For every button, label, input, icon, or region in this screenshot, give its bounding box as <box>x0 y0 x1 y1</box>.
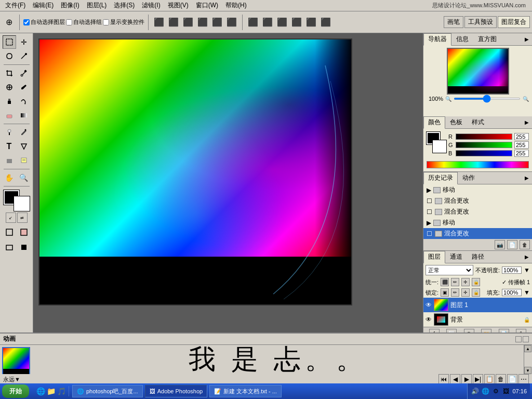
fullscreen-btn[interactable] <box>17 241 31 254</box>
stamp-tool[interactable] <box>3 95 16 108</box>
animation-frame-1[interactable] <box>2 347 30 374</box>
quick-mask-btn[interactable] <box>17 225 31 239</box>
layer-adjustment-btn[interactable]: ⚙ <box>464 329 474 332</box>
anim-next-btn[interactable]: ▶| <box>473 374 483 384</box>
tool-preset-tab[interactable]: 工具预设 <box>464 16 497 28</box>
anim-close-btn[interactable] <box>523 336 529 342</box>
opacity-input[interactable] <box>502 267 522 274</box>
menu-edit[interactable]: 编辑(E) <box>30 0 57 11</box>
taskbar-app-3[interactable]: 📝 新建 文本文档.txt - ... <box>209 385 282 397</box>
lock-position-btn[interactable]: ✛ <box>461 278 470 286</box>
media-icon[interactable]: 🎵 <box>57 387 65 395</box>
background-color[interactable] <box>14 196 30 211</box>
dist4-btn[interactable]: ⬛ <box>290 16 303 29</box>
bg-swatch[interactable] <box>433 140 446 153</box>
swatches-tab[interactable]: 色板 <box>445 116 467 128</box>
color-options[interactable]: ▶ <box>524 119 530 125</box>
layers-options[interactable]: ▶ <box>524 254 530 260</box>
menu-help[interactable]: 帮助(H) <box>222 0 250 11</box>
text-tool[interactable]: T <box>3 140 16 153</box>
anim-new-btn[interactable]: 📄 <box>507 374 517 384</box>
dist1-btn[interactable]: ⬛ <box>246 16 260 29</box>
menu-view[interactable]: 视图(V) <box>165 0 192 11</box>
start-button[interactable]: 开始 <box>2 384 29 398</box>
history-options[interactable]: ▶ <box>524 175 530 181</box>
paths-tab[interactable]: 路径 <box>467 251 489 263</box>
auto-select-layer-check[interactable]: 自动选择图层 <box>23 18 65 26</box>
zoom-out-icon[interactable]: 🔍 <box>445 96 451 102</box>
channels-tab[interactable]: 通道 <box>445 251 467 263</box>
anim-prev-btn[interactable]: ◀ <box>450 374 460 384</box>
navigator-options[interactable]: ▶ <box>524 36 530 42</box>
lasso-tool[interactable] <box>3 49 16 63</box>
marquee-tool[interactable] <box>3 35 16 49</box>
path-select-tool[interactable] <box>17 140 31 153</box>
fill-arrow[interactable]: ▼ <box>524 289 530 296</box>
layer-row-background[interactable]: 👁 背景 🔒 <box>423 312 532 327</box>
history-item-5[interactable]: ☐ 混合更改 <box>423 228 532 239</box>
menu-file[interactable]: 文件(F) <box>2 0 29 11</box>
lock-all-btn[interactable]: 🔒 <box>472 278 480 286</box>
history-delete-btn[interactable]: 🗑 <box>520 240 530 249</box>
r-value-input[interactable] <box>514 133 529 140</box>
animation-scrollbar[interactable]: ▲ ▼ <box>524 345 532 374</box>
color-swatches[interactable] <box>4 190 30 211</box>
layer-eye-bg[interactable]: 👁 <box>425 316 432 323</box>
taskbar-app-2[interactable]: 🖼 Adobe Photoshop <box>145 385 207 397</box>
layer-new-btn[interactable]: 📄 <box>499 329 509 332</box>
navigator-preview[interactable] <box>447 48 509 95</box>
move-tool[interactable]: ✛ <box>17 35 31 49</box>
anim-scroll-up[interactable]: ▲ <box>524 345 531 352</box>
menu-window[interactable]: 窗口(W) <box>193 0 221 11</box>
color-tab[interactable]: 颜色 <box>423 116 445 129</box>
zoom-tool[interactable]: 🔍 <box>17 171 31 184</box>
zoom-in-icon[interactable]: 🔍 <box>523 96 529 102</box>
fill-input[interactable] <box>502 289 522 296</box>
history-new-doc-btn[interactable]: 📄 <box>507 240 517 249</box>
dodge-tool[interactable] <box>3 126 16 139</box>
lock-transparent-btn[interactable]: ⬛ <box>441 278 449 286</box>
magic-wand-tool[interactable] <box>17 49 31 63</box>
history-item-4[interactable]: ▶ 移动 <box>423 217 532 228</box>
actions-tab[interactable]: 动作 <box>458 172 480 184</box>
screen-mode-btn[interactable] <box>3 241 16 254</box>
layer-eye-1[interactable]: 👁 <box>425 301 432 309</box>
dist5-btn[interactable]: ⬛ <box>304 16 318 29</box>
anim-copy-btn[interactable]: 📋 <box>484 374 495 384</box>
fill-lock-all[interactable]: 🔒 <box>472 288 480 297</box>
brush-tab[interactable]: 画笔 <box>444 16 463 28</box>
show-transform-check[interactable]: 显示变换控件 <box>103 18 144 26</box>
layers-tab[interactable]: 图层 <box>423 251 445 263</box>
align-bottom-btn[interactable]: ⬛ <box>225 16 238 29</box>
notes-tool[interactable] <box>17 154 31 167</box>
brush-tool[interactable] <box>17 81 31 94</box>
hand-tool[interactable]: ✋ <box>3 171 16 184</box>
lock-image-btn[interactable]: ✏ <box>451 278 459 286</box>
swap-colors-btn[interactable]: ⇌ <box>17 212 28 223</box>
dist6-btn[interactable]: ⬛ <box>319 16 332 29</box>
history-item-1[interactable]: ▶ 移动 <box>423 184 532 195</box>
loop-label[interactable]: 永远▼ <box>3 376 20 383</box>
tray-icon-4[interactable]: 🖼 <box>502 387 510 395</box>
tray-icon-2[interactable]: 🌐 <box>481 387 489 395</box>
gradient-tool[interactable] <box>17 109 31 122</box>
opacity-arrow[interactable]: ▼ <box>524 267 530 274</box>
fill-lock-image[interactable]: ✏ <box>451 288 459 297</box>
histogram-tab[interactable]: 直方图 <box>473 33 501 45</box>
fill-lock-position[interactable]: ✛ <box>461 288 470 297</box>
info-tab[interactable]: 信息 <box>451 33 473 45</box>
tray-icon-1[interactable]: 🔊 <box>471 387 479 395</box>
menu-filter[interactable]: 滤镜(I) <box>139 0 163 11</box>
eraser-tool[interactable] <box>3 109 16 122</box>
history-snapshot-btn[interactable]: 📷 <box>495 240 505 249</box>
color-spectrum-bar[interactable] <box>427 161 529 168</box>
align-right-btn[interactable]: ⬛ <box>181 16 195 29</box>
align-center-btn[interactable]: ⬛ <box>167 16 180 29</box>
ie-icon[interactable]: 🌐 <box>36 387 45 395</box>
anim-play-btn[interactable]: ▶ <box>461 374 472 384</box>
eyedropper-tool[interactable] <box>17 66 31 80</box>
auto-select-group-check[interactable]: 自动选择组 <box>66 18 102 26</box>
b-value-input[interactable] <box>514 150 529 157</box>
layer-style-btn[interactable]: f <box>429 329 440 332</box>
blend-mode-select[interactable]: 正常 <box>425 265 473 275</box>
